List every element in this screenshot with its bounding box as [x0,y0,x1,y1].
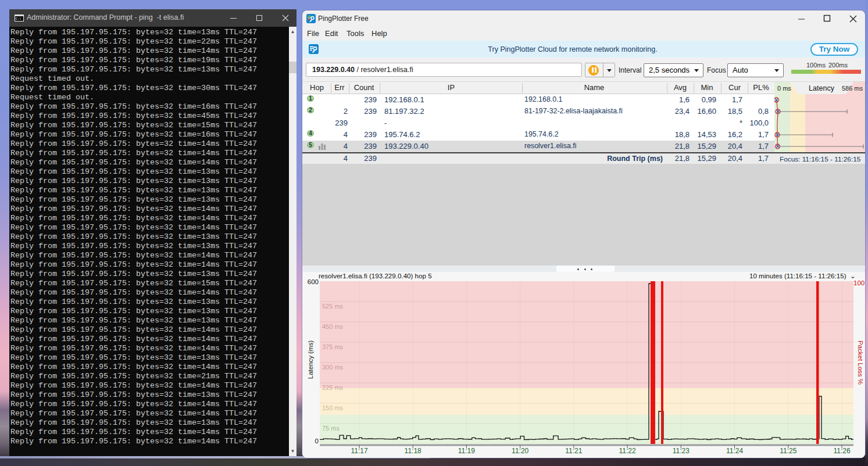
svg-text:Latency: Latency [809,84,835,92]
svg-text:0 ms: 0 ms [777,85,791,92]
svg-text:586 ms: 586 ms [842,85,863,92]
svg-text:225 ms: 225 ms [322,384,344,391]
svg-text:375 ms: 375 ms [322,343,344,350]
svg-text:450 ms: 450 ms [322,323,344,330]
svg-text:75 ms: 75 ms [322,425,340,432]
svg-text:C:\: C:\ [16,17,22,21]
svg-text:300 ms: 300 ms [322,364,344,371]
svg-text:150 ms: 150 ms [322,404,344,411]
svg-text:525 ms: 525 ms [322,303,344,310]
